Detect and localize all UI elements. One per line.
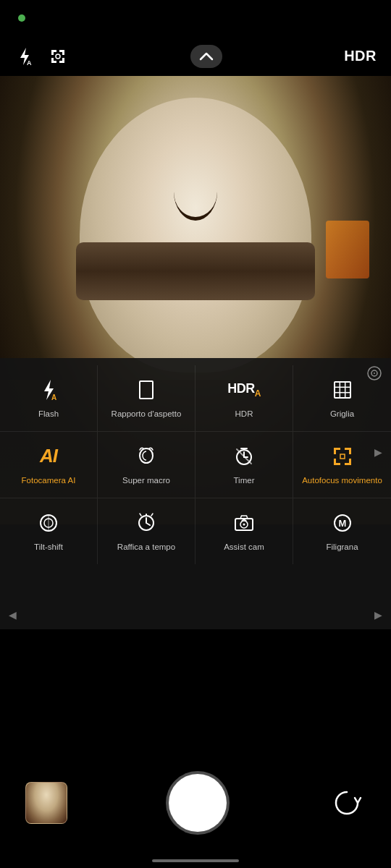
svg-rect-5 xyxy=(62,50,64,55)
last-photo-thumbnail[interactable] xyxy=(25,782,67,824)
subject-face xyxy=(80,98,311,373)
watermark-icon: M xyxy=(332,510,353,536)
svg-text:A: A xyxy=(51,393,56,401)
shutter-button[interactable] xyxy=(169,774,227,832)
status-bar xyxy=(0,0,391,36)
chevron-up-button[interactable] xyxy=(190,45,222,68)
timer-label: Timer xyxy=(234,475,255,486)
setting-ai-camera[interactable]: AI Fotocamera AI xyxy=(0,432,98,498)
setting-grid[interactable]: Griglia xyxy=(293,365,391,432)
home-indicator xyxy=(152,859,239,862)
hat-band xyxy=(76,242,315,300)
setting-aspect-ratio[interactable]: Rapporto d'aspetto xyxy=(98,365,196,432)
svg-point-43 xyxy=(243,523,245,525)
grid-label: Griglia xyxy=(330,409,354,420)
setting-flash[interactable]: A Flash xyxy=(0,365,98,432)
grid-icon xyxy=(332,377,353,403)
settings-grid: A Flash Rapporto d'aspetto HDRA HDR xyxy=(0,358,391,571)
settings-panel: ▶ A Flash Rapporto d'aspetto H xyxy=(0,358,391,629)
timer-icon xyxy=(233,443,255,469)
face-marking xyxy=(174,163,217,221)
thumbnail-image xyxy=(26,783,67,823)
aspect-ratio-icon xyxy=(137,377,156,403)
burst-icon xyxy=(135,510,157,536)
status-indicator xyxy=(18,14,25,22)
svg-rect-17 xyxy=(335,382,350,398)
burst-label: Raffica a tempo xyxy=(117,542,175,553)
svg-rect-28 xyxy=(334,448,336,454)
top-left-controls: A xyxy=(14,46,68,67)
setting-burst[interactable]: Raffica a tempo xyxy=(98,498,196,564)
svg-text:M: M xyxy=(338,518,346,529)
svg-rect-3 xyxy=(51,50,54,55)
setting-tilt-shift[interactable]: Tilt-shift xyxy=(0,498,98,564)
setting-assist-cam[interactable]: Assist cam xyxy=(196,498,293,564)
svg-rect-7 xyxy=(51,58,54,63)
super-macro-icon xyxy=(135,443,157,469)
setting-super-macro[interactable]: Super macro xyxy=(98,432,196,498)
flash-label: Flash xyxy=(38,409,59,420)
svg-rect-9 xyxy=(62,58,64,63)
assist-cam-label: Assist cam xyxy=(224,542,264,553)
flip-camera-button[interactable] xyxy=(328,784,366,822)
svg-rect-32 xyxy=(334,459,336,465)
bottom-bar xyxy=(0,760,391,846)
ai-camera-label: Fotocamera AI xyxy=(22,475,76,486)
setting-timer[interactable]: Timer xyxy=(196,432,293,498)
scroll-indicator-left-bottom: ◀ xyxy=(9,609,17,621)
aspect-ratio-label: Rapporto d'aspetto xyxy=(112,409,182,420)
svg-rect-35 xyxy=(340,454,345,459)
hdr-label: HDR xyxy=(235,409,253,420)
top-bar: A HDR xyxy=(0,36,391,76)
ai-camera-icon: AI xyxy=(40,443,57,469)
svg-text:A: A xyxy=(27,59,32,67)
autofocus-icon xyxy=(332,443,353,469)
watermark-label: Filigrana xyxy=(326,542,358,553)
svg-rect-30 xyxy=(349,448,351,454)
super-macro-label: Super macro xyxy=(122,475,170,486)
setting-hdr[interactable]: HDRA HDR xyxy=(196,365,293,432)
hdr-indicator[interactable]: HDR xyxy=(344,48,377,64)
focus-button[interactable] xyxy=(48,46,68,67)
flash-auto-button[interactable]: A xyxy=(14,46,35,67)
tilt-shift-icon xyxy=(38,510,59,536)
assist-cam-icon xyxy=(233,510,255,536)
tilt-shift-label: Tilt-shift xyxy=(34,542,63,553)
flash-icon: A xyxy=(38,377,59,403)
setting-autofocus[interactable]: Autofocus movimento xyxy=(293,432,391,498)
svg-rect-34 xyxy=(349,459,351,465)
autofocus-label: Autofocus movimento xyxy=(302,475,382,486)
svg-rect-16 xyxy=(140,381,153,399)
svg-point-10 xyxy=(56,54,60,59)
setting-watermark[interactable]: M Filigrana xyxy=(293,498,391,564)
hdr-icon: HDRA xyxy=(227,377,261,403)
scroll-indicator-right-bottom: ▶ xyxy=(374,609,382,621)
